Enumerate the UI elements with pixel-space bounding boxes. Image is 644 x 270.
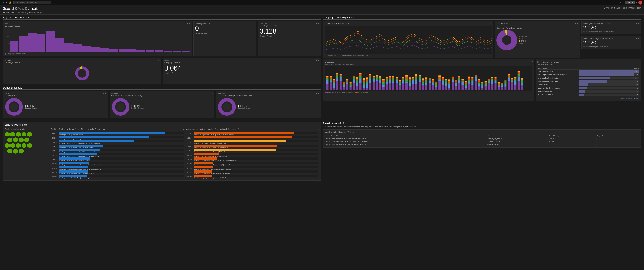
frustrated-clicks: 1 [595, 140, 639, 143]
stacked-bar-segment [491, 79, 493, 84]
stacked-bar-segment [468, 76, 470, 78]
legend-dot [5, 53, 6, 55]
filter-icon-mkua[interactable]: ▼ [317, 128, 319, 130]
info-icon3[interactable]: ℹ [316, 22, 317, 25]
today-button[interactable]: Today [625, 1, 635, 4]
info-icon8[interactable]: ℹ [316, 92, 317, 95]
filter-icon4[interactable]: ▼ [158, 59, 160, 62]
kua-bar-td: Loading of page /orange-booking-finish.j… [58, 140, 184, 144]
legend-dot-duration [355, 91, 357, 93]
frustrated-clicks: 1 [595, 138, 639, 140]
bar-item [182, 51, 190, 52]
stacked-bar-segment [369, 74, 371, 75]
main-content: Key Campaign Statistics Arrivals Campaig… [0, 15, 644, 122]
stacked-bar-segment [485, 81, 487, 82]
chevron-left-icon[interactable]: ‹ [623, 2, 624, 4]
filter-icon9[interactable]: ▼ [490, 22, 492, 25]
info-icon10[interactable]: ℹ [575, 22, 576, 25]
nav-icon-bell[interactable]: 🔔 [9, 1, 12, 4]
filter-icon3[interactable]: ▼ [318, 22, 320, 25]
kua-row: 976 ms Loading of page /index.php/produc… [51, 166, 184, 170]
info-icon9[interactable]: ℹ [488, 22, 489, 25]
stacked-bar-segment [379, 80, 381, 82]
search-input[interactable] [14, 1, 51, 4]
filter-icon10[interactable]: ▼ [576, 22, 579, 25]
stacked-bar-segment [399, 81, 401, 82]
nav-icon-home[interactable]: ⊞ [6, 1, 7, 4]
filter-icon8[interactable]: ▼ [318, 92, 320, 95]
info-icon[interactable]: ℹ [187, 22, 188, 25]
js-errors-card: HTTP & JavaScript Errors Top JavaScript … [536, 59, 641, 101]
stacked-bar-segment [518, 81, 520, 90]
scroll-hint[interactable]: Swipe to show more rows [537, 97, 639, 99]
col-page-clicks: ≥ Page Clicks [595, 135, 639, 138]
filter-icon7[interactable]: ▼ [211, 92, 213, 95]
stacked-bar-segment [392, 78, 394, 81]
stacked-bar-segment [372, 79, 374, 82]
kua-value: 1.28 s [51, 153, 58, 157]
error-name-cell: java.lang.NullPointerException [537, 80, 578, 83]
info-icon7[interactable]: ℹ [210, 92, 210, 95]
filter-icon[interactable]: ▼ [188, 22, 190, 25]
y-axis: 750k5002500 [5, 28, 10, 52]
stacked-bar-segment [336, 74, 338, 75]
info-icon6[interactable]: ℹ [103, 92, 104, 95]
info-icon11[interactable]: ℹ ▼ [636, 23, 639, 25]
arrival-donut-row: 100.00 % Desktop Browser [5, 97, 106, 116]
info-icon12[interactable]: ℹ ▼ [636, 38, 639, 40]
error-bar-cell: 201 [578, 70, 639, 73]
error-popups-card: Error Popups ℹ ▼ Campaign Visitor Error … [495, 21, 580, 58]
cve-section: Campaign Visitor Experience Performance … [323, 16, 641, 101]
stacked-bar-segment [462, 80, 464, 80]
desktop-kua-header: Desktop Key User Actions - Median Time t… [51, 128, 184, 130]
chevron-right-icon[interactable]: › [636, 2, 637, 4]
stacked-bar-segment [428, 78, 430, 79]
filter-icon5[interactable]: ▼ [318, 59, 320, 62]
stacked-bar-segment [336, 78, 338, 81]
pie-label-purple: Your Journey: [518, 38, 528, 40]
kua-value: 399 ms [186, 157, 194, 162]
stacked-bar-segment [438, 75, 440, 76]
stacked-bar-segment [494, 77, 497, 78]
info-icon5[interactable]: ℹ [316, 59, 317, 62]
bar-item [155, 50, 163, 52]
stacked-bar-segment [386, 82, 388, 84]
filter-icon[interactable]: ⚙ [620, 1, 621, 4]
stacked-bar-segment [514, 85, 516, 90]
error-count-header: count [578, 67, 639, 70]
converted-device-donut-svg [218, 97, 236, 116]
info-icon13[interactable]: ℹ [532, 61, 533, 63]
stacked-bar-segment [488, 80, 490, 82]
stacked-bar-segment [514, 79, 516, 81]
stacked-bar-segment [445, 86, 447, 90]
filter-icon6[interactable]: ▼ [105, 92, 107, 95]
hex-cell [19, 149, 24, 154]
stacked-bar-segment [488, 79, 490, 80]
filter-icon2[interactable]: ▼ [253, 22, 255, 25]
stacked-bar-segment [481, 85, 483, 88]
stacked-bar-segment [491, 78, 493, 79]
info-icon2[interactable]: ℹ [252, 22, 252, 25]
filter-icon-dkua[interactable]: ▼ [182, 128, 184, 130]
engagement-metric: Actions per Session & Session Duration [325, 64, 532, 66]
stacked-bar-segment [435, 82, 437, 83]
frustrated-table: Internal User Id Intent Error Message ≥ … [325, 135, 639, 146]
alert-badge[interactable]: ! [638, 1, 642, 5]
kua-value: 2.54 s [51, 140, 58, 144]
bar-item [28, 33, 36, 52]
stacked-bar-segment [376, 75, 378, 76]
stacked-bar-segment [353, 80, 355, 83]
bar-item [82, 47, 91, 52]
pie-dot-yellow [518, 40, 520, 42]
stacked-bar-segment [386, 78, 388, 79]
stacked-bar-segment [518, 73, 520, 76]
stacked-bar-segment [468, 84, 470, 90]
kua-bar-td: Loading of page /index.php/product/beani… [58, 166, 184, 170]
kua-bar-td: Loading of page /special-offers.jsp | Mo… [194, 140, 319, 144]
stacked-bar-segment [409, 86, 411, 90]
device-grid: Arrival Campaign Adoption ℹ ▼ 100.00 % [3, 91, 321, 118]
stacked-bar-segment [521, 83, 523, 85]
stacked-bar-segment [326, 78, 328, 80]
info-icon4[interactable]: ℹ [156, 59, 157, 62]
stacked-bar-segment [438, 79, 440, 80]
